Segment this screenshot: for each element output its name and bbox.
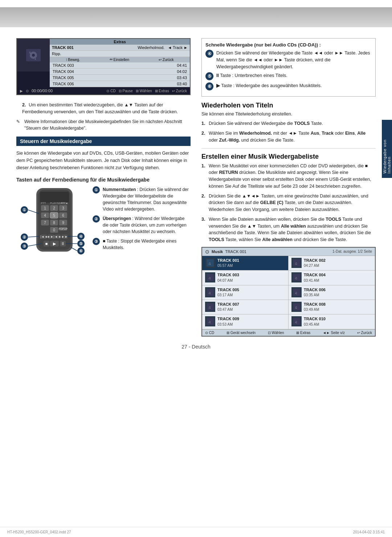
menu-nav: ⁝ Beweg. ⁴⁴ Einstellen ↩ Zurück (50, 57, 190, 62)
ripp-row: Ripp. (50, 51, 190, 57)
table-row: TRACK 004 04:02 (50, 69, 190, 75)
list-item: ♫ TRACK 001 05:57 AM (202, 256, 289, 270)
svg-text:1: 1 (44, 206, 46, 210)
svg-text:▶: ▶ (53, 241, 56, 246)
svg-text:③: ③ (23, 244, 26, 248)
album-art: ♫ ♪ (17, 39, 50, 72)
list-item: ♫ TRACK 005 03:17 AM (202, 285, 289, 300)
svg-text:|◄◄: |◄◄ (40, 235, 48, 239)
track-row: TRACK 001 Wiederholmod. ◄ Track ► (50, 45, 190, 51)
divider (201, 148, 376, 149)
page-number: 27 - Deutsch (0, 344, 392, 350)
table-row: TRACK 006 03:40 (50, 81, 190, 87)
musik-footer: ⊙ CD ⊞ Gerät wechseln ⊡ Wählen ⊠ Extras … (202, 329, 375, 336)
note-text: ✎ Weitere Informationen über die Musikwi… (16, 118, 191, 131)
schnelle-box: Schnelle Wiedergabe (nur bei Audio CDs (… (201, 38, 376, 97)
svg-text:♫: ♫ (208, 305, 211, 309)
erstellen-title: Erstellen einer Musik Wiedergabeliste (201, 153, 376, 160)
svg-text:6: 6 (62, 213, 64, 217)
right-tab: Wiedergabe von Inhalten (382, 120, 392, 178)
svg-text:II: II (62, 241, 64, 246)
svg-text:►►|: ►►| (47, 235, 54, 239)
schnelle-item-5: ⑤ II Taste : Unterbrechen eines Titels. (205, 72, 372, 80)
menu-header: Extras (50, 39, 190, 45)
steuern-heading: Steuern der Musikwiedergabe (16, 137, 191, 146)
schnelle-title: Schnelle Wiedergabe (nur bei Audio CDs (… (205, 42, 372, 48)
track-thumb: ♫ (291, 272, 302, 282)
svg-text:♫: ♫ (295, 291, 298, 295)
svg-text:⑤: ⑤ (79, 241, 83, 246)
cd-player-bottom: ▶ ⊙ 00:00/00:00 ⊙ CD ⊟ Pause ⊞ Wählen ⊠ … (17, 87, 190, 94)
callout-item-2: ② Überspringen : Während der Wiedergabe … (93, 215, 191, 235)
svg-text:7: 7 (44, 221, 46, 225)
wiederholen-title: Wiederholen von Titeln (201, 102, 376, 109)
svg-text:4: 4 (44, 213, 46, 217)
list-item: ♫ TRACK 002 04:27 AM (289, 256, 375, 270)
svg-text:5: 5 (53, 213, 55, 217)
svg-text:♫: ♫ (208, 276, 211, 280)
svg-text:PTT▲: PTT▲ (61, 202, 68, 204)
svg-point-2 (32, 54, 35, 57)
left-column: ♫ ♪ Extras TRACK 001 Wiederholmod. ◄ (16, 38, 191, 337)
track-thumb: ♫ (205, 316, 215, 326)
svg-text:2: 2 (53, 206, 55, 210)
musik-box: ⊙ Musik TRACK 001 1-Dat. ausgew. 1/2 Sei… (201, 247, 376, 337)
remote-diagram: 1 2 3 PTT PLAY/SEARCH PTT▲ 4 5 6 (16, 186, 89, 259)
svg-text:①: ① (23, 208, 26, 212)
track-thumb: ♫ (205, 302, 215, 312)
svg-text:♫: ♫ (208, 320, 211, 324)
list-item: ♫ TRACK 004 03:41 AM (289, 270, 375, 285)
step-2-text: 2. Um einen bestimmten Titel wiederzugeb… (16, 102, 191, 115)
svg-text:POPUP: POPUP (59, 228, 68, 230)
svg-text:④: ④ (79, 234, 83, 239)
callout-item-3: ③ ■ Taste : Stoppt die Wiedergabe eines … (93, 238, 191, 251)
svg-text:♫: ♫ (29, 51, 31, 54)
wiederholen-intro: Sie können eine Titelwiederholung einste… (201, 111, 376, 117)
erstellen-step-3: 3. Wenn Sie alle Dateien auswählen wolle… (201, 216, 376, 243)
wiederholen-step-1: 1. Drücken Sie während der Wiedergabe di… (201, 120, 376, 127)
svg-text:3: 3 (62, 206, 64, 210)
svg-text:9: 9 (62, 221, 64, 225)
svg-text:♫: ♫ (208, 261, 211, 265)
track-thumb: ♫ (205, 287, 215, 297)
svg-text:8: 8 (53, 221, 55, 225)
callout-list: ① Nummerntasten : Drücken Sie während de… (93, 186, 191, 251)
svg-text:►►: ►► (61, 235, 68, 239)
svg-text:PTT: PTT (41, 202, 46, 204)
track-thumb: ♫ (291, 302, 302, 312)
svg-text:②: ② (23, 235, 26, 239)
musik-header: ⊙ Musik TRACK 001 1-Dat. ausgew. 1/2 Sei… (202, 248, 375, 256)
footer-bar: HT-H5200_HS5200-GER_0402.indd 27 2014-04… (0, 527, 392, 537)
list-item: ♫ TRACK 003 04:07 AM (202, 270, 289, 285)
list-item: ♫ TRACK 009 03:53 AM (202, 314, 289, 329)
wiederholen-step-2: 2. Wählen Sie im Wiederholmod. mit der ◄… (201, 130, 376, 144)
table-row: TRACK 003 04:41 (50, 62, 190, 69)
musik-grid: ♫ TRACK 001 05:57 AM ♫ TRACK 002 (202, 256, 375, 329)
cd-menu-panel: Extras TRACK 001 Wiederholmod. ◄ Track ►… (50, 39, 190, 87)
erstellen-step-1: 1. Wenn Sie Musiktitel von einer kommerz… (201, 163, 376, 190)
cd-screen: ♫ ♪ Extras TRACK 001 Wiederholmod. ◄ (16, 38, 191, 95)
top-bar (0, 7, 392, 27)
track-thumb: ♫ (291, 316, 302, 326)
track-thumb: ♫ (291, 287, 302, 297)
footer-left: HT-H5200_HS5200-GER_0402.indd 27 (7, 530, 71, 534)
steuern-body: Sie können die Wiedergabe von auf DVDs, … (16, 150, 191, 171)
list-item: ♫ TRACK 007 03:47 AM (202, 300, 289, 314)
svg-text:♫: ♫ (295, 320, 298, 324)
svg-text:♪: ♪ (34, 57, 36, 61)
svg-text:0: 0 (53, 228, 55, 232)
svg-line-64 (71, 247, 77, 251)
remote-area: 1 2 3 PTT PLAY/SEARCH PTT▲ 4 5 6 (16, 186, 191, 259)
schnelle-item-4: ④ Drücken Sie während der Wiedergabe die… (205, 50, 372, 70)
table-row: TRACK 005 03:43 (50, 75, 190, 81)
list-item: ♫ TRACK 008 03:49 AM (289, 300, 375, 314)
right-column: Schnelle Wiedergabe (nur bei Audio CDs (… (201, 38, 376, 337)
svg-text:◄◄: ◄◄ (54, 235, 61, 239)
list-item: ♫ TRACK 010 03:45 AM (289, 314, 375, 329)
svg-text:♫: ♫ (295, 276, 298, 280)
svg-text:♫: ♫ (295, 261, 298, 265)
footer-right: 2014-04-02 3:15:41 (353, 530, 385, 534)
cd-track-list: TRACK 003 04:41 TRACK 004 04:02 TRACK 00… (50, 62, 190, 87)
schnelle-item-6: ⑥ ▶ Taste : Wiedergabe des ausgewählten … (205, 82, 372, 90)
erstellen-step-2: 2. Drücken Sie die ▲▼◄► Tasten, um eine … (201, 193, 376, 213)
